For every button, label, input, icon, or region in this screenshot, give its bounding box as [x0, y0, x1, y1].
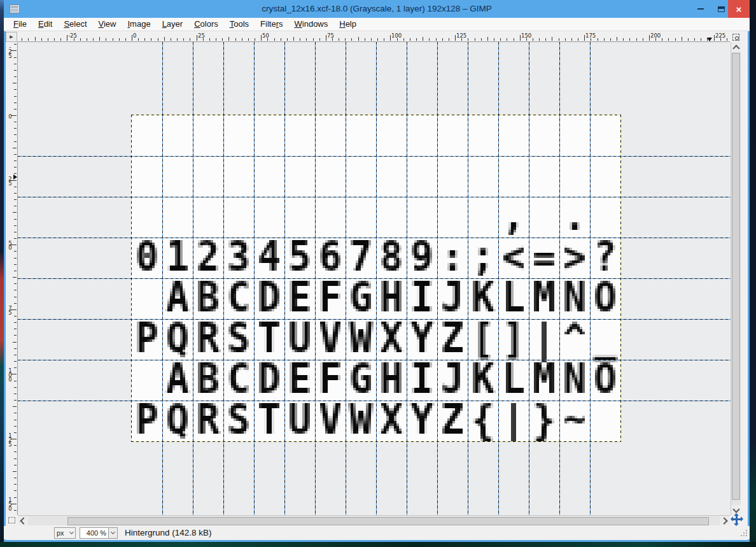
resize-grip[interactable] — [741, 530, 747, 536]
ruler-tick — [682, 37, 682, 41]
guide-horizontal[interactable] — [18, 360, 731, 360]
close-button[interactable]: × — [728, 0, 750, 18]
menu-item-layer[interactable]: Layer — [157, 18, 189, 31]
ruler-tick — [481, 38, 482, 41]
ruler-tick — [423, 37, 423, 41]
ruler-tick — [177, 38, 178, 41]
unit-dropdown-value: px — [57, 529, 64, 537]
guide-horizontal[interactable] — [18, 197, 731, 197]
ruler-tick — [287, 38, 288, 41]
ruler-tick — [164, 37, 165, 41]
window-border-bottom — [4, 540, 750, 542]
ruler-tick — [14, 367, 17, 368]
ruler-tick — [539, 38, 540, 41]
ruler-tick — [351, 38, 352, 41]
ruler-tick — [14, 387, 17, 388]
ruler-label: -25 — [68, 32, 77, 39]
ruler-tick — [235, 38, 236, 41]
ruler-label: 0 — [6, 115, 14, 119]
ruler-tick — [242, 38, 242, 41]
ruler-tick — [468, 38, 468, 41]
minimize-button[interactable] — [691, 0, 710, 18]
navigation-arrow-icon — [741, 516, 746, 522]
pointer-position-marker-h — [707, 38, 712, 41]
guide-horizontal[interactable] — [18, 278, 731, 279]
ruler-tick — [662, 38, 662, 41]
ruler-tick — [571, 38, 572, 41]
zoom-level-field[interactable]: 400 % — [80, 527, 109, 539]
ruler-corner-menu-button[interactable]: ▶ — [6, 32, 17, 42]
horizontal-scrollbar[interactable] — [18, 515, 730, 525]
guide-horizontal[interactable] — [18, 319, 731, 320]
ruler-tick — [14, 400, 17, 401]
menu-item-image[interactable]: Image — [122, 18, 156, 31]
menu-item-tools[interactable]: Tools — [224, 18, 255, 31]
ruler-label: 125 — [456, 32, 466, 39]
scroll-up-button[interactable] — [731, 42, 741, 52]
ruler-label: 5 0 — [6, 241, 14, 250]
menu-item-edit[interactable]: Edit — [32, 18, 58, 31]
ruler-tick — [113, 38, 113, 41]
ruler-tick — [80, 38, 81, 41]
ruler-tick — [14, 70, 17, 71]
navigation-preview-button[interactable] — [730, 513, 744, 527]
menu-item-select[interactable]: Select — [58, 18, 92, 31]
ruler-tick — [14, 283, 17, 284]
guide-horizontal[interactable] — [18, 156, 731, 157]
ruler-tick — [14, 322, 17, 323]
horizontal-scroll-thumb[interactable] — [67, 517, 709, 525]
ruler-tick — [14, 303, 17, 304]
ruler-tick — [93, 38, 94, 41]
ruler-tick — [228, 37, 229, 41]
ruler-tick — [14, 64, 17, 64]
ruler-tick — [132, 35, 132, 41]
ruler-tick — [14, 122, 17, 122]
guide-horizontal[interactable] — [18, 401, 731, 401]
ruler-label: 150 — [521, 32, 531, 39]
ruler-tick — [487, 37, 488, 41]
canvas-viewport[interactable] — [18, 42, 731, 515]
ruler-tick — [14, 103, 17, 103]
ruler-tick — [559, 38, 559, 41]
ruler-tick — [14, 510, 17, 511]
menu-item-filters[interactable]: Filters — [255, 18, 288, 31]
zoom-follow-window-toggle[interactable] — [731, 32, 741, 42]
title-bar[interactable]: crystal_12x16.xcf-18.0 (Grayscale, 1 lay… — [4, 0, 750, 18]
guide-horizontal[interactable] — [18, 238, 731, 238]
ruler-tick — [14, 329, 17, 329]
vertical-scrollbar[interactable] — [731, 42, 741, 515]
menu-item-view[interactable]: View — [93, 18, 122, 31]
status-bar: px 400 % Hintergrund (142.8 kB) — [4, 526, 750, 539]
quick-mask-toggle[interactable] — [6, 515, 17, 525]
ruler-tick — [429, 38, 430, 41]
zoom-dropdown-button[interactable] — [108, 527, 118, 539]
ruler-tick — [13, 277, 17, 278]
ruler-tick — [14, 89, 17, 90]
ruler-tick — [125, 38, 126, 41]
ruler-tick — [248, 38, 249, 41]
chevron-down-icon — [69, 530, 74, 534]
menu-item-colors[interactable]: Colors — [188, 18, 224, 31]
ruler-tick — [14, 394, 17, 394]
navigation-arrow-icon — [734, 511, 739, 516]
ruler-tick — [14, 154, 17, 155]
menu-item-windows[interactable]: Windows — [289, 18, 334, 31]
window-title: crystal_12x16.xcf-18.0 (Grayscale, 1 lay… — [4, 0, 750, 18]
ruler-tick — [339, 38, 339, 41]
ruler-tick — [384, 38, 384, 41]
desktop-background-right — [750, 0, 756, 547]
ruler-label: 100 — [391, 32, 402, 39]
horizontal-ruler[interactable]: -250255075100125150175200225 — [18, 32, 730, 42]
vertical-ruler[interactable]: - 2 502 55 07 51 0 01 2 51 5 0 — [6, 42, 18, 515]
ruler-tick — [514, 38, 514, 41]
ruler-tick — [14, 187, 17, 187]
menu-item-help[interactable]: Help — [333, 18, 362, 31]
ruler-label: 50 — [262, 32, 269, 39]
menu-item-file[interactable]: File — [8, 18, 32, 31]
ruler-tick — [14, 141, 17, 142]
scroll-left-button[interactable] — [18, 516, 28, 525]
unit-dropdown[interactable]: px — [54, 527, 76, 539]
ruler-tick — [13, 83, 17, 83]
ruler-tick — [14, 109, 17, 110]
vertical-scroll-thumb[interactable] — [732, 53, 740, 500]
